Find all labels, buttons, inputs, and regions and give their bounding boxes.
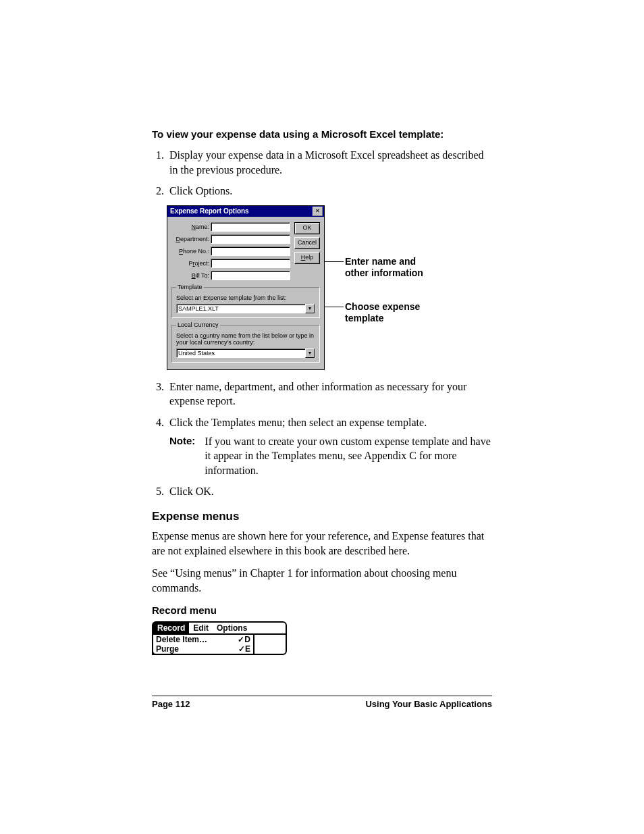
menu-item-label: Purge — [156, 644, 179, 654]
footer-title: Using Your Basic Applications — [365, 699, 492, 709]
step-4: Click the Templates menu; then select an… — [167, 415, 492, 477]
tab-record[interactable]: Record — [153, 623, 189, 633]
currency-legend: Local Currency — [176, 321, 220, 328]
expense-menus-para-1: Expense menus are shown here for your re… — [152, 529, 492, 558]
help-button[interactable]: Help — [294, 252, 320, 264]
template-combobox[interactable]: SAMPLE1.XLT ▼ — [176, 304, 315, 313]
tab-options[interactable]: Options — [213, 623, 251, 633]
footer-rule — [152, 696, 492, 696]
currency-value: United States — [178, 350, 215, 357]
step-5: Click OK. — [167, 484, 492, 499]
template-group: Template Select an Expense template from… — [171, 287, 320, 318]
phone-field[interactable] — [211, 246, 290, 256]
record-menu-heading: Record menu — [152, 604, 492, 616]
billto-field[interactable] — [211, 271, 290, 280]
currency-combobox[interactable]: United States ▼ — [176, 348, 315, 358]
callout-line: template — [345, 313, 423, 324]
name-field[interactable] — [211, 222, 290, 232]
department-field[interactable] — [211, 234, 290, 244]
dialog-title: Expense Report Options — [170, 207, 249, 215]
procedure-title: To view your expense data using a Micros… — [152, 128, 492, 140]
project-field[interactable] — [211, 259, 290, 268]
template-instruction: Select an Expense template from the list… — [176, 294, 315, 301]
expense-report-options-dialog: Expense Report Options × Name: Departmen… — [167, 205, 325, 370]
tab-edit[interactable]: Edit — [189, 623, 213, 633]
step-2: Click Options. — [167, 184, 492, 199]
callout-enter-name: Enter name and other information — [345, 256, 423, 279]
palm-menu-screenshot: Record Edit Options Delete Item… ✓D Purg… — [152, 621, 287, 655]
cancel-button[interactable]: Cancel — [294, 237, 320, 249]
menu-item-shortcut: ✓D — [238, 635, 250, 644]
expense-menus-para-2: See “Using menus” in Chapter 1 for infor… — [152, 566, 492, 595]
callout-line: other information — [345, 267, 423, 279]
chevron-down-icon[interactable]: ▼ — [305, 348, 315, 358]
expense-menus-heading: Expense menus — [152, 510, 492, 523]
note-text: If you want to create your own custom ex… — [205, 434, 492, 478]
menu-item-shortcut: ✓E — [238, 644, 250, 654]
callout-choose-template: Choose expense template — [345, 301, 423, 324]
note-label: Note: — [169, 434, 195, 478]
billto-label: Bill To: — [171, 272, 209, 279]
template-value: SAMPLE1.XLT — [178, 305, 219, 312]
currency-instruction: Select a country name from the list belo… — [176, 332, 315, 346]
page-number: Page 112 — [152, 699, 190, 709]
template-legend: Template — [176, 284, 204, 290]
step-1: Display your expense data in a Microsoft… — [167, 148, 492, 177]
step-4-text: Click the Templates menu; then select an… — [169, 417, 427, 428]
menu-item-purge[interactable]: Purge ✓E — [153, 644, 253, 654]
project-label: Project: — [171, 260, 209, 267]
step-3: Enter name, department, and other inform… — [167, 380, 492, 409]
ok-button[interactable]: OK — [294, 222, 320, 234]
chevron-down-icon[interactable]: ▼ — [305, 304, 315, 313]
menu-item-label: Delete Item… — [156, 635, 207, 644]
department-label: Department: — [171, 236, 209, 242]
local-currency-group: Local Currency Select a country name fro… — [171, 325, 320, 363]
menu-item-delete[interactable]: Delete Item… ✓D — [153, 635, 253, 644]
phone-label: Phone No.: — [171, 248, 209, 255]
callout-line: Enter name and — [345, 256, 423, 267]
name-label: Name: — [171, 224, 209, 230]
callout-line: Choose expense — [345, 301, 423, 313]
close-icon[interactable]: × — [313, 207, 323, 216]
